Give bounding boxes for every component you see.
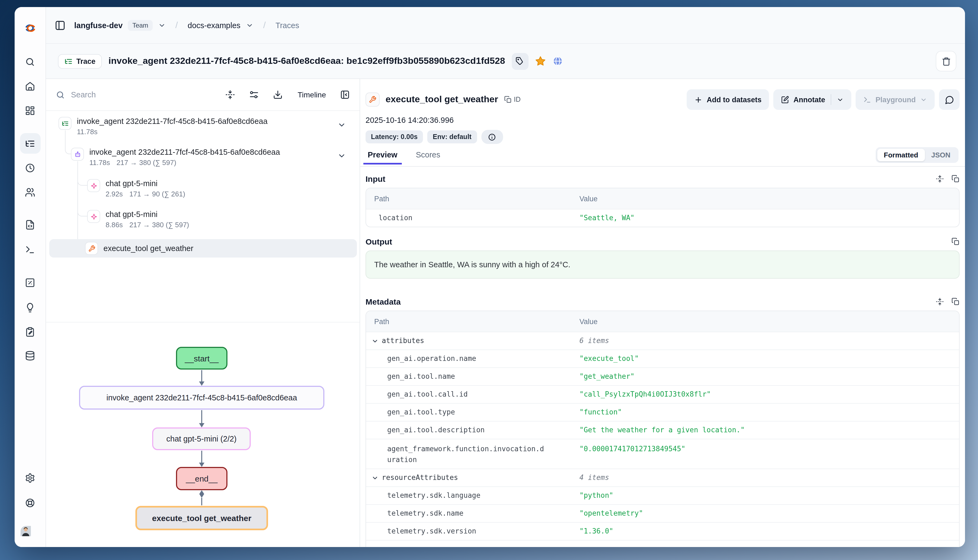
row-items-count: 6 items <box>579 335 959 346</box>
gear-icon[interactable] <box>20 467 40 488</box>
format-json[interactable]: JSON <box>925 149 957 161</box>
annotate-button[interactable]: Annotate <box>773 89 851 110</box>
row-value: "1.36.0" <box>579 526 959 537</box>
search-icon[interactable] <box>20 52 40 72</box>
table-row: gen_ai.tool.type "function" <box>366 403 959 421</box>
tree-item-label: invoke_agent 232de211-7fcf-45c8-b415-6af… <box>89 148 280 157</box>
breadcrumb-separator <box>176 20 178 30</box>
dashboard-icon[interactable] <box>20 100 40 121</box>
detail-scroll-area[interactable]: Input Path Value location " <box>360 174 965 547</box>
info-icon[interactable] <box>481 130 503 144</box>
download-icon[interactable] <box>273 90 283 100</box>
tree-item-chat-2[interactable]: chat gpt-5-mini 8.86s217 → 380 (∑ 597) <box>87 210 189 229</box>
tree-search[interactable] <box>56 90 211 99</box>
breadcrumb: langfuse-dev Team docs-examples Traces <box>46 7 965 44</box>
table-row: telemetry.sdk.version "1.36.0" <box>366 522 959 540</box>
home-icon[interactable] <box>20 76 40 96</box>
langfuse-logo-icon <box>20 18 40 38</box>
list-tree-icon[interactable] <box>20 133 40 154</box>
input-table: Path Value location "Seattle, WA" <box>366 188 960 227</box>
output-section-label: Output <box>366 237 392 246</box>
chevron-down-icon <box>371 474 378 481</box>
terminal-icon <box>863 95 871 103</box>
chevron-down-icon[interactable] <box>338 152 346 160</box>
clock-icon[interactable] <box>20 157 40 178</box>
fold-vertical-icon[interactable] <box>936 298 944 306</box>
tab-scores[interactable]: Scores <box>414 149 443 159</box>
sparkles-icon <box>87 210 100 223</box>
users-icon[interactable] <box>20 182 40 202</box>
chevron-down-icon[interactable] <box>338 121 346 129</box>
terminal-icon[interactable] <box>20 239 40 260</box>
tree-item-chat-1[interactable]: chat gpt-5-mini 2.92s171 → 90 (∑ 261) <box>87 179 185 198</box>
tree-item-label: chat gpt-5-mini <box>105 179 185 188</box>
row-items-count: 4 items <box>579 472 959 483</box>
format-formatted[interactable]: Formatted <box>877 149 925 161</box>
panel-left-icon[interactable] <box>55 20 65 30</box>
tree-item-tokens: 171 → 90 (∑ 261) <box>129 190 185 198</box>
graph-node-label: chat gpt-5-mini (2/2) <box>166 435 237 443</box>
graph-node-end[interactable]: __end__ <box>176 467 227 490</box>
tree-item-execute-tool[interactable]: execute_tool get_weather <box>85 242 193 255</box>
graph-node-execute-tool[interactable]: execute_tool get_weather <box>135 506 268 530</box>
tree-item-trace-root[interactable]: invoke_agent 232de211-7fcf-45c8-b415-6af… <box>59 117 267 136</box>
graph-node-chat[interactable]: chat gpt-5-mini (2/2) <box>152 427 251 450</box>
avatar[interactable] <box>20 525 40 546</box>
breadcrumb-page[interactable]: Traces <box>276 21 299 30</box>
fold-vertical-icon[interactable] <box>936 175 944 183</box>
fold-vertical-icon[interactable] <box>225 90 235 100</box>
input-section-label: Input <box>366 174 385 183</box>
list-tree-icon <box>59 117 72 130</box>
timeline-toggle[interactable]: Timeline <box>298 90 326 99</box>
tab-preview[interactable]: Preview <box>366 149 400 159</box>
breadcrumb-project[interactable]: langfuse-dev <box>74 21 123 30</box>
row-path: agent_framework.function.invocation.dura… <box>366 444 579 465</box>
lifebuoy-icon[interactable] <box>20 492 40 513</box>
row-path: gen_ai.tool.description <box>366 425 579 435</box>
comments-button[interactable] <box>939 89 960 110</box>
row-path: telemetry.sdk.name <box>366 508 579 519</box>
copy-icon[interactable] <box>951 298 960 306</box>
wrench-icon <box>85 242 98 255</box>
globe-icon[interactable] <box>552 56 563 67</box>
database-icon[interactable] <box>20 345 40 366</box>
copy-icon[interactable] <box>951 175 960 183</box>
row-path: location <box>366 213 579 223</box>
clipboard-pen-icon[interactable] <box>20 322 40 342</box>
detail-header: execute_tool get_weather ID Add to datas… <box>366 89 960 110</box>
bot-icon <box>71 148 84 161</box>
tag-icon[interactable] <box>512 53 528 70</box>
add-to-datasets-button[interactable]: Add to datasets <box>687 89 769 110</box>
copy-icon[interactable] <box>951 238 960 246</box>
graph-node-start[interactable]: __start__ <box>176 347 227 370</box>
row-value: "get_weather" <box>579 371 959 382</box>
delete-trace-button[interactable] <box>936 51 956 72</box>
chevron-down-icon[interactable] <box>158 22 166 29</box>
chevron-down-icon[interactable] <box>246 22 253 29</box>
sliders-icon[interactable] <box>249 90 259 100</box>
copy-id-button[interactable]: ID <box>504 96 521 103</box>
tree-item-agent-span[interactable]: invoke_agent 232de211-7fcf-45c8-b415-6af… <box>71 148 280 167</box>
graph-node-label: execute_tool get_weather <box>152 513 252 523</box>
square-percent-icon[interactable] <box>20 272 40 293</box>
graph-node-invoke-agent[interactable]: invoke_agent 232de211-7fcf-45c8-b415-6af… <box>79 386 324 410</box>
metadata-table: Path Value attributes 6 items gen_ai.ope… <box>366 310 960 547</box>
metadata-section-label: Metadata <box>366 297 401 306</box>
trace-title-bar: Trace invoke_agent 232de211-7fcf-45c8-b4… <box>46 44 965 79</box>
tree-guide <box>77 161 85 248</box>
plus-icon <box>694 95 702 103</box>
row-value: "0.000017417012713849545" <box>579 444 959 455</box>
table-row: telemetry.sdk.name "opentelemetry" <box>366 504 959 522</box>
panel-collapse-icon[interactable] <box>340 90 350 100</box>
star-icon[interactable] <box>535 56 546 67</box>
output-value: The weather in Seattle, WA is sunny with… <box>366 250 960 278</box>
file-code-icon[interactable] <box>20 214 40 235</box>
breadcrumb-section[interactable]: docs-examples <box>188 21 241 30</box>
lightbulb-icon[interactable] <box>20 297 40 318</box>
row-value: "Get the weather for a given location." <box>579 425 959 435</box>
search-input[interactable] <box>71 90 152 99</box>
table-row-group[interactable]: attributes 6 items <box>366 332 959 350</box>
app-window: langfuse-dev Team docs-examples Traces T… <box>15 7 965 547</box>
table-row-group[interactable]: resourceAttributes 4 items <box>366 468 959 487</box>
playground-button[interactable]: Playground <box>855 89 935 110</box>
